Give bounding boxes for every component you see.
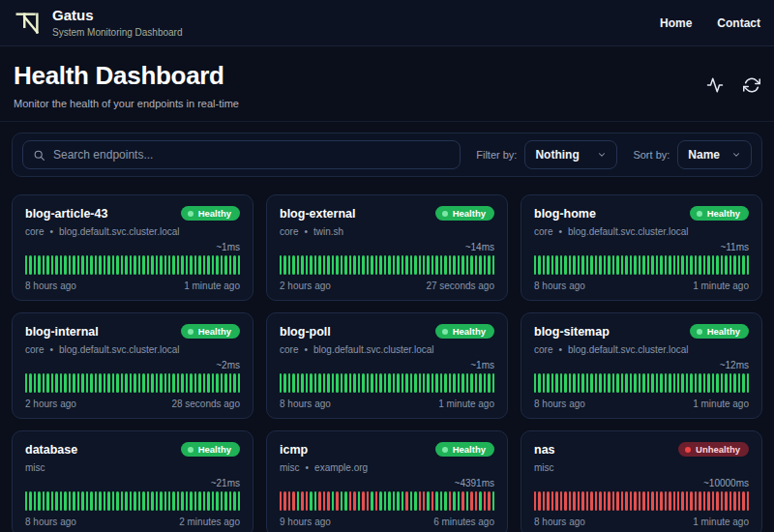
uptime-bar xyxy=(747,255,749,275)
uptime-bar xyxy=(318,255,320,275)
uptime-bar xyxy=(642,255,644,275)
endpoint-card[interactable]: blog-home Healthy core • blog.default.sv… xyxy=(521,194,762,301)
hero-section: Health Dashboard Monitor the health of y… xyxy=(0,46,774,122)
uptime-bar xyxy=(534,373,536,393)
endpoint-card[interactable]: database Healthy misc ~21ms 8 hours ago … xyxy=(12,430,253,532)
uptime-bar xyxy=(81,373,83,393)
endpoint-meta: core • blog.default.svc.cluster.local xyxy=(534,225,749,237)
uptime-bar xyxy=(336,491,338,511)
uptime-bar xyxy=(314,255,316,275)
nav-link-home[interactable]: Home xyxy=(660,16,692,30)
uptime-bar xyxy=(73,373,74,393)
uptime-bar xyxy=(99,255,101,275)
endpoint-host: twin.sh xyxy=(313,226,343,237)
uptime-bar xyxy=(695,255,697,275)
uptime-bar xyxy=(292,373,294,393)
last-check-time: 1 minute ago xyxy=(184,281,240,291)
uptime-bar xyxy=(229,491,231,511)
endpoint-card[interactable]: blog-sitemap Healthy core • blog.default… xyxy=(521,312,762,419)
uptime-bar xyxy=(484,491,486,511)
uptime-bar xyxy=(703,491,705,511)
uptime-bars[interactable] xyxy=(280,373,494,393)
uptime-bar xyxy=(647,373,649,393)
uptime-bar xyxy=(686,373,688,393)
uptime-bar xyxy=(164,373,166,393)
endpoint-card[interactable]: blog-article-43 Healthy core • blog.defa… xyxy=(12,194,253,301)
uptime-bar xyxy=(60,491,62,511)
status-badge: Healthy xyxy=(435,206,494,222)
uptime-bars[interactable] xyxy=(25,373,240,393)
endpoint-card[interactable]: blog-external Healthy core • twin.sh ~14… xyxy=(266,194,508,301)
status-badge: Unhealthy xyxy=(678,442,749,458)
uptime-bar xyxy=(292,255,294,275)
uptime-bar xyxy=(156,491,158,511)
endpoint-host: blog.default.svc.cluster.local xyxy=(568,344,689,355)
uptime-bar xyxy=(402,491,403,511)
uptime-bar xyxy=(203,255,205,275)
uptime-bar xyxy=(288,373,290,393)
search-box[interactable] xyxy=(22,140,461,169)
uptime-bar xyxy=(656,255,658,275)
uptime-bars[interactable] xyxy=(25,255,240,275)
uptime-bars[interactable] xyxy=(280,255,494,275)
uptime-bar xyxy=(371,255,372,275)
endpoint-card[interactable]: blog-internal Healthy core • blog.defaul… xyxy=(12,312,253,419)
status-label: Healthy xyxy=(453,327,486,337)
uptime-bar xyxy=(707,255,709,275)
uptime-bar xyxy=(186,255,188,275)
uptime-bar xyxy=(410,255,412,275)
uptime-bars[interactable] xyxy=(280,491,494,511)
endpoint-card[interactable]: nas Unhealthy misc ~10000ms 8 hours ago … xyxy=(521,430,762,532)
uptime-bar xyxy=(673,255,675,275)
endpoint-card[interactable]: icmp Healthy misc • example.org ~4391ms … xyxy=(266,430,508,532)
filter-dropdown[interactable]: Nothing xyxy=(524,140,617,169)
sort-dropdown[interactable]: Name xyxy=(677,140,752,169)
uptime-bar xyxy=(729,491,731,511)
uptime-bar xyxy=(738,255,740,275)
uptime-bar xyxy=(427,491,429,511)
uptime-bar xyxy=(134,491,135,511)
uptime-bar xyxy=(327,373,329,393)
uptime-bars[interactable] xyxy=(534,491,749,511)
endpoint-name: blog-poll xyxy=(280,325,331,339)
activity-icon[interactable] xyxy=(706,76,724,94)
uptime-bar xyxy=(604,491,606,511)
uptime-bar xyxy=(625,373,627,393)
refresh-icon[interactable] xyxy=(743,76,760,94)
uptime-bar xyxy=(104,255,105,275)
uptime-bar xyxy=(384,255,386,275)
uptime-bar xyxy=(280,255,282,275)
uptime-bar xyxy=(280,491,282,511)
uptime-bar xyxy=(95,255,97,275)
nav-link-contact[interactable]: Contact xyxy=(717,16,760,30)
uptime-bar xyxy=(578,255,580,275)
uptime-bar xyxy=(64,491,66,511)
status-dot-icon xyxy=(188,447,194,453)
uptime-bars[interactable] xyxy=(534,373,749,393)
uptime-bar xyxy=(569,373,571,393)
uptime-bar xyxy=(681,491,683,511)
uptime-bar xyxy=(738,373,740,393)
uptime-bars[interactable] xyxy=(534,255,749,275)
uptime-bar xyxy=(349,491,351,511)
uptime-bar xyxy=(410,373,412,393)
uptime-bar xyxy=(458,373,460,393)
brand[interactable]: Gatus System Monitoring Dashboard xyxy=(14,8,183,38)
uptime-bar xyxy=(707,373,709,393)
endpoint-card[interactable]: blog-poll Healthy core • blog.default.sv… xyxy=(266,312,508,419)
uptime-bar xyxy=(151,373,153,393)
endpoint-meta: misc • example.org xyxy=(280,461,494,473)
uptime-bar xyxy=(207,373,209,393)
uptime-bar xyxy=(534,491,536,511)
uptime-bar xyxy=(25,373,27,393)
uptime-bar xyxy=(699,491,700,511)
uptime-bar xyxy=(461,255,463,275)
uptime-bar xyxy=(690,255,692,275)
uptime-bar xyxy=(634,491,636,511)
uptime-bar xyxy=(95,373,97,393)
search-input[interactable] xyxy=(53,148,450,162)
uptime-bar xyxy=(379,373,381,393)
uptime-bar xyxy=(147,491,149,511)
uptime-bars[interactable] xyxy=(25,491,240,511)
uptime-bar xyxy=(297,491,299,511)
